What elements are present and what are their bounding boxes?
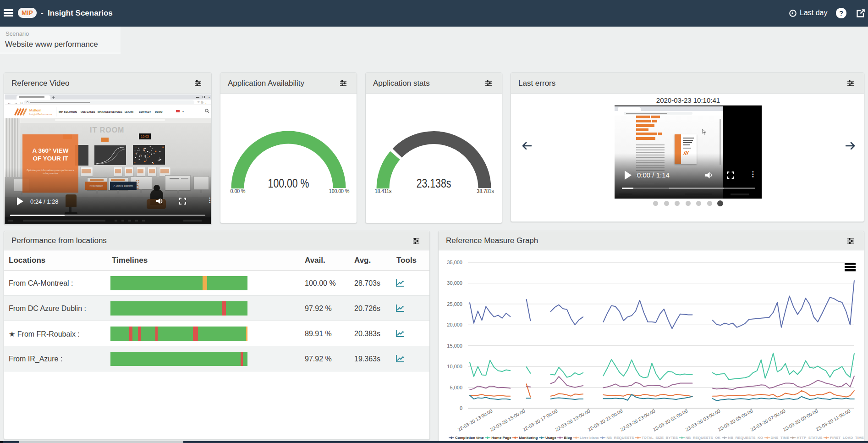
svg-text:35,000: 35,000 [447, 260, 462, 265]
svg-text:22-03-20 15:00:00: 22-03-20 15:00:00 [489, 408, 526, 432]
svg-text:38.781s: 38.781s [477, 188, 494, 195]
svg-text:23-03-20 03:00:00: 23-03-20 03:00:00 [684, 408, 721, 432]
svg-text:22-03-20 21:00:00: 22-03-20 21:00:00 [587, 408, 623, 432]
svg-text:30,000: 30,000 [447, 280, 462, 286]
svg-text:20,000: 20,000 [447, 322, 462, 327]
svg-text:10,000: 10,000 [447, 364, 462, 369]
svg-text:22-03-20 19:00:00: 22-03-20 19:00:00 [554, 408, 591, 432]
svg-text:18.411s: 18.411s [375, 188, 392, 195]
svg-text:23-03-20 05:00:00: 23-03-20 05:00:00 [717, 408, 753, 432]
svg-text:0: 0 [460, 405, 462, 411]
svg-text:23.138s: 23.138s [417, 176, 451, 190]
svg-text:22-03-20 13:00:00: 22-03-20 13:00:00 [456, 408, 493, 432]
svg-text:5,000: 5,000 [450, 385, 462, 390]
svg-text:22-03-20 23:00:00: 22-03-20 23:00:00 [619, 408, 656, 432]
svg-text:100.00 %: 100.00 % [329, 188, 350, 195]
svg-text:0.00 %: 0.00 % [231, 188, 246, 195]
svg-text:23-03-20 09:00:00: 23-03-20 09:00:00 [782, 408, 819, 432]
svg-text:22-03-20 17:00:00: 22-03-20 17:00:00 [522, 408, 558, 432]
svg-text:25,000: 25,000 [447, 301, 462, 307]
svg-text:23-03-20 07:00:00: 23-03-20 07:00:00 [749, 408, 786, 432]
svg-text:23-03-20 01:00:00: 23-03-20 01:00:00 [652, 408, 688, 432]
svg-text:100.00 %: 100.00 % [268, 176, 309, 190]
svg-text:23-03-20 11:00:00: 23-03-20 11:00:00 [815, 408, 852, 432]
svg-text:15,000: 15,000 [447, 343, 462, 349]
